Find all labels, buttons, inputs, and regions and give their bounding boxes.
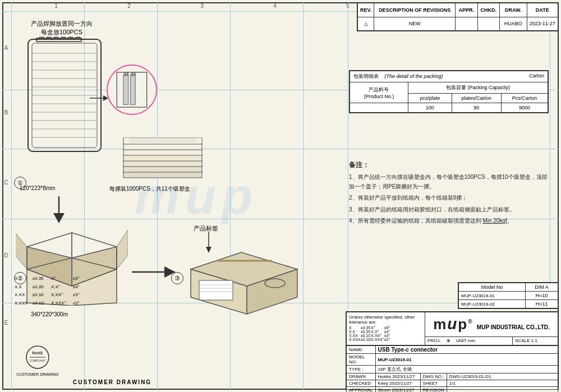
tol-xdeg-label: X° [371,326,384,330]
dwg-no-label: DWG NO.: [420,373,447,380]
tol-xxdeg-label: X.X° [371,330,384,334]
row-marker-c: C [3,179,10,186]
rev1-date: 2023-11-27 [527,17,558,31]
tol-row-xxdeg: X.X° [47,283,71,292]
tol-xxdeg-val: ±4° [384,330,390,334]
scale-val: 1:1 [531,338,537,343]
proj-symbol: ⊕ [447,338,450,343]
svg-rect-36 [134,72,136,76]
approval-label: APPROVAL [347,387,376,393]
chkd-header: CHKD. [477,3,500,17]
svg-rect-16 [54,37,58,39]
tol-row-xxdeg-val: ±4° [71,283,82,292]
revision-block: REV. DESCRIPTION OF REVISIONS APPR. CHKD… [357,2,559,31]
rev1-description: NEW [374,17,456,31]
customer-drawing-label: CUSTOMER DRAWING [73,379,151,385]
date-header: DATE [527,3,558,17]
name-label: NAME: [347,346,376,354]
type-label: TYPE : [347,366,376,373]
dim-a-header: DIM A [526,283,558,292]
checked-value: Keey 2022/11/27 [375,380,420,387]
checked-label: CHECKED [347,380,376,387]
tol-row-x-val: ±0.35 [30,275,47,283]
carton-label: Carton [529,73,544,79]
tol-x-label: X [349,326,361,330]
tol-xxxx-label: X.XXX [349,338,361,342]
arrow-right-to-carton [132,264,177,280]
svg-rect-15 [47,37,51,39]
model-no-header: Model No [459,283,526,292]
note2: 2、将装好产品平放到纸箱内，每个纸箱装9摞； [349,193,549,203]
col-marker-1: 1 [48,3,65,9]
stack-label: 每摞装1000PCS，共11个吸塑盒 [109,185,190,193]
grid-v4 [230,2,231,390]
title-bottom: NAME: USB Type-c connector MODEL NO: MUP… [346,345,558,392]
model-label: MODEL NO: [347,354,376,366]
col-marker-4: 4 [266,3,283,9]
rev1-draw: HUABO [500,17,527,31]
closed-carton [185,236,314,325]
revision-table: REV. DESCRIPTION OF REVISIONS APPR. CHKD… [357,3,558,31]
tol-row-xxxxdeg-val: ±2° [71,299,82,308]
plates-carton-header: plates/Carton [452,94,501,103]
title-model: MUP-U23019-01 [375,354,558,366]
tol-xx-val: ±0.20 [361,330,371,334]
svg-marker-38 [103,95,108,101]
packing-table-container: 包装明细表 (The detail of the packing) Carton… [349,70,549,113]
rev1-appr [456,17,477,31]
sheet-label: SHEET [420,380,447,387]
tol-xxxxdeg-label: X.XXX° [371,338,384,342]
row-marker-d: D [3,252,10,259]
revision-value [447,387,558,393]
scale-label: SCALE [515,338,531,343]
company-name: MUP INDUSTRIAL CO.,LTD. [477,324,550,330]
arrow-down [50,196,67,224]
svg-text:RoHS: RoHS [32,351,43,355]
tray-detail-circle [107,64,157,115]
pcs-carton-header: Pcs/Carton [501,94,548,103]
tol-row-xxxx-val: ±0.1D [30,299,47,308]
product-no-cn: 产品料号 [353,86,405,94]
product-no-value [350,103,408,113]
proj-label: PROJ. [427,338,442,343]
svg-rect-31 [123,75,128,104]
drawing-area: mup 1 2 3 4 5 6 A B C D E REV. DESCRIPTI… [0,0,561,392]
tol-xxx-val: ±0.10 [361,334,371,338]
tolerance-display-table: X ±0.35 X° ±5° X.X ±0.20 X.X° ±4° X.XX ±… [12,275,82,308]
svg-rect-32 [130,75,135,104]
tray-detail-svg [109,67,154,112]
tolerance-cell: Unless otherwise specified, other tolera… [347,312,425,345]
tol-row-x: X [12,275,30,283]
tol-row-xxxdeg-val: ±3° [71,291,82,299]
drawn-value: Huabo 2023/11/27 [375,373,420,380]
svg-rect-33 [125,72,126,76]
scale-cell: SCALE 1:1 [513,336,558,345]
grid-v3 [157,2,158,390]
appr-header: APPR. [456,3,477,17]
svg-marker-26 [16,230,27,269]
packing-capacity-label: 包装容量 (Packing Capacity) [446,85,510,90]
label-orientation: 产品焊脚放置同一方向 [31,20,93,28]
title-block: Unless otherwise specified, other tolera… [346,311,559,390]
title-type: 16P 直立式, 全插 [375,366,558,373]
tol-row-xxxdeg: X.XX° [47,291,71,299]
unit-val: mm [468,338,475,343]
svg-marker-21 [53,213,65,223]
process-compliant-area: RoHS COMPLIANT CUSTOMER DRAWING [12,345,63,376]
tol-row-x-deg: X° [47,275,71,283]
tol-xxxx-val: ±0.1D [361,338,371,342]
title-name: USB Type-c connector [375,346,558,354]
notes-area: 备注： 1、将产品统一方向摆在吸塑盒内，每个吸塑盒100PCS，每摆10个吸塑盒… [349,160,549,226]
product-no-en: (Product No.) [353,94,405,99]
svg-rect-18 [68,37,73,39]
note1: 1、将产品统一方向摆在吸塑盒内，每个吸塑盒100PCS，每摆10个吸塑盒，顶部加… [349,173,549,191]
col-marker-2: 2 [121,3,137,9]
svg-rect-19 [76,37,80,39]
approval-value: Simon 2022/11/27 [375,387,420,393]
grid-v5 [303,2,304,390]
min-strength: Min 20kgf [482,218,507,224]
notes-title: 备注： [349,160,549,170]
desc-header: DESCRIPTION OF REVISIONS [374,3,456,17]
svg-rect-34 [127,72,128,76]
tolerance-table: X ±0.35 X° ±5° X.X ±0.20 X.X° ±4° X. [349,326,390,342]
